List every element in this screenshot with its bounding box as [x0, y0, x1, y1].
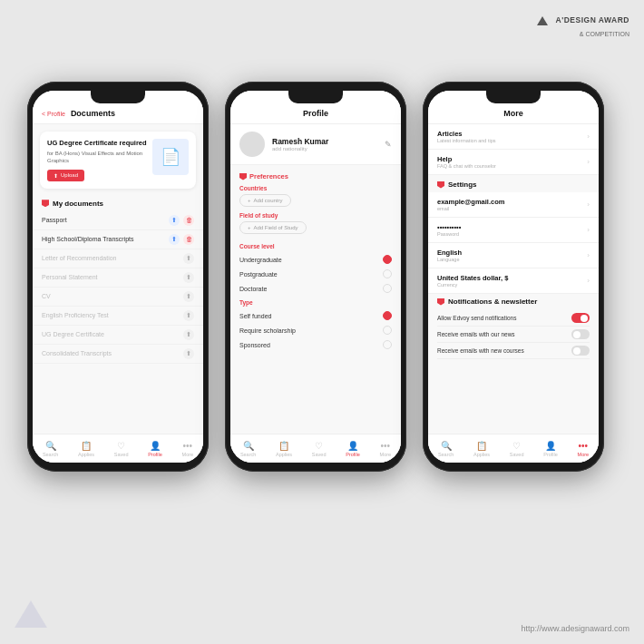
doc-item-english: English Proficiency Test ⬆: [33, 307, 203, 326]
radio-self: [383, 311, 392, 320]
p2-nav-more[interactable]: ••• More: [380, 441, 392, 457]
nav-saved[interactable]: ♡ Saved: [114, 441, 129, 457]
p2-course-doc[interactable]: Doctorate: [239, 281, 392, 296]
p3-allow-label: Allow Edvoy send notifications: [437, 315, 516, 321]
p3-email-item[interactable]: example@gmail.com email ›: [428, 192, 599, 218]
p3-courses-label: Receive emails with new courses: [437, 347, 524, 354]
p3-password-item[interactable]: •••••••••• Password ›: [428, 218, 599, 243]
p3-nav-search[interactable]: 🔍 Search: [438, 441, 454, 457]
doc-icon-gray-1[interactable]: ⬆: [183, 253, 194, 264]
p3-settings-title: Settings: [428, 175, 599, 192]
nav-applies[interactable]: 📋 Applies: [78, 441, 94, 457]
notch-1: [91, 91, 145, 103]
flag-icon: [42, 200, 49, 207]
p2-user-subtitle: add nationality: [272, 146, 328, 151]
p2-add-field-btn[interactable]: + Add Field of Study: [239, 221, 307, 234]
password-chevron-icon: ›: [587, 226, 590, 234]
phone-3: More Articles Latest information and tip…: [423, 82, 604, 472]
p2-edit-icon[interactable]: ✎: [385, 140, 392, 149]
p2-field-label: Field of study: [239, 212, 392, 219]
nav-more[interactable]: ••• More: [182, 441, 194, 457]
doc-icon-gray-3[interactable]: ⬆: [183, 291, 194, 302]
doc-upload-icon-2[interactable]: ⬆: [169, 234, 180, 245]
doc-upload-icon[interactable]: ⬆: [169, 215, 180, 226]
p3-language-item[interactable]: English Language ›: [428, 243, 599, 268]
upload-icon: ⬆: [54, 172, 58, 179]
p3-articles-item[interactable]: Articles Latest information and tips ›: [428, 124, 599, 150]
p3-currency-item[interactable]: United States dollar, $ Currency ›: [428, 268, 599, 294]
phone-1-screen: < Profile Documents UG Degree Certificat…: [33, 91, 203, 463]
doc-item-transcripts: High School/Diploma Transcripts ⬆ 🗑: [33, 230, 203, 249]
radio-doc: [383, 284, 392, 293]
profile-nav-icon: 👤: [150, 441, 161, 451]
p1-page-title: Documents: [71, 109, 115, 118]
p1-card-desc: for BA (Hons) Visual Effects and Motion …: [47, 150, 147, 165]
doc-icon-gray-5[interactable]: ⬆: [183, 329, 194, 340]
doc-item-passport: Passport ⬆ 🗑: [33, 211, 203, 230]
email-chevron-icon: ›: [587, 200, 590, 209]
documents-list: Passport ⬆ 🗑 High School/Diploma Transcr…: [33, 211, 203, 364]
p2-course-pg[interactable]: Postgraduate: [239, 267, 392, 281]
p3-nav-applies[interactable]: 📋 Applies: [473, 441, 490, 457]
p3-news-toggle[interactable]: [571, 329, 590, 339]
doc-icon-gray-2[interactable]: ⬆: [183, 272, 194, 283]
p2-nav-search[interactable]: 🔍 Search: [240, 441, 256, 457]
doc-delete-icon-2[interactable]: 🗑: [183, 234, 194, 245]
p3-nav-saved[interactable]: ♡ Saved: [510, 441, 524, 457]
p2-nav-saved[interactable]: ♡ Saved: [312, 441, 327, 457]
screen-1-inner: < Profile Documents UG Degree Certificat…: [33, 91, 203, 463]
upload-label: Upload: [61, 172, 78, 178]
p2-user-info: Ramesh Kumar add nationality: [272, 137, 328, 151]
p1-upload-button[interactable]: ⬆ Upload: [47, 170, 84, 181]
phone-1: < Profile Documents UG Degree Certificat…: [27, 82, 209, 472]
p3-toggle-allow: Allow Edvoy send notifications: [437, 310, 590, 327]
notch-2: [288, 91, 343, 103]
brand-tagline: & COMPETITION: [537, 30, 629, 38]
plus-icon: +: [248, 198, 251, 203]
applies-nav-icon: 📋: [81, 441, 92, 451]
doc-icon-gray-4[interactable]: ⬆: [183, 310, 194, 321]
saved-nav-icon: ♡: [117, 441, 125, 451]
website-url: http://www.adesignaward.com: [521, 624, 629, 633]
nav-search[interactable]: 🔍 Search: [43, 441, 58, 457]
p2-profile-row: Ramesh Kumar add nationality ✎: [230, 124, 401, 165]
p3-nav-profile[interactable]: 👤 Profile: [543, 441, 558, 457]
p3-notifications-title: Notifications & newsletter: [437, 298, 590, 306]
p2-nav-profile[interactable]: 👤 Profile: [346, 441, 360, 457]
watermark: [15, 600, 47, 628]
currency-chevron-icon: ›: [587, 277, 590, 285]
phone-2-screen: Profile Ramesh Kumar add nationality ✎ P…: [230, 91, 401, 463]
notch-3: [486, 91, 541, 103]
p3-nav-more[interactable]: ••• More: [578, 441, 590, 457]
p2-type-scholarship[interactable]: Require scholarship: [239, 323, 392, 337]
p2-type-label: Type: [239, 299, 392, 306]
p1-section-label: My documents: [53, 200, 103, 208]
p1-back-link[interactable]: < Profile: [42, 111, 65, 117]
p3-toggle-courses: Receive emails with new courses: [437, 343, 590, 359]
p2-type-sponsored[interactable]: Sponsored: [239, 337, 392, 352]
p2-flag-icon: [239, 173, 247, 181]
phone-2: Profile Ramesh Kumar add nationality ✎ P…: [225, 82, 406, 472]
doc-item-statement: Personal Statement ⬆: [33, 268, 203, 288]
p3-allow-toggle[interactable]: [571, 313, 590, 323]
p2-section-title: Preferences: [239, 172, 392, 181]
radio-sponsored: [383, 340, 392, 349]
doc-icon-gray-6[interactable]: ⬆: [183, 348, 194, 359]
doc-item-ugdegree: UG Degree Certificate ⬆: [33, 326, 203, 345]
p2-nav-applies[interactable]: 📋 Applies: [276, 441, 292, 457]
add-field-label: Add Field of Study: [254, 225, 298, 230]
p3-page-title: More: [503, 109, 523, 118]
p2-course-ug[interactable]: Undergraduate: [239, 252, 392, 267]
p2-add-country-btn[interactable]: + Add country: [239, 194, 291, 207]
nav-profile[interactable]: 👤 Profile: [148, 441, 162, 457]
screen-2-inner: Profile Ramesh Kumar add nationality ✎ P…: [230, 91, 401, 463]
doc-item-cv: CV ⬆: [33, 288, 203, 307]
p2-type-self[interactable]: Self funded: [239, 308, 392, 323]
brand-logo: A'DESIGN AWARD & COMPETITION: [537, 11, 629, 38]
doc-delete-icon[interactable]: 🗑: [183, 215, 194, 226]
articles-chevron-icon: ›: [587, 132, 590, 141]
p3-notifications-label: Notifications & newsletter: [448, 298, 537, 306]
p2-section-label: Preferences: [249, 172, 288, 181]
p3-courses-toggle[interactable]: [571, 346, 590, 356]
p3-help-item[interactable]: Help FAQ & chat with counselor ›: [428, 150, 599, 175]
